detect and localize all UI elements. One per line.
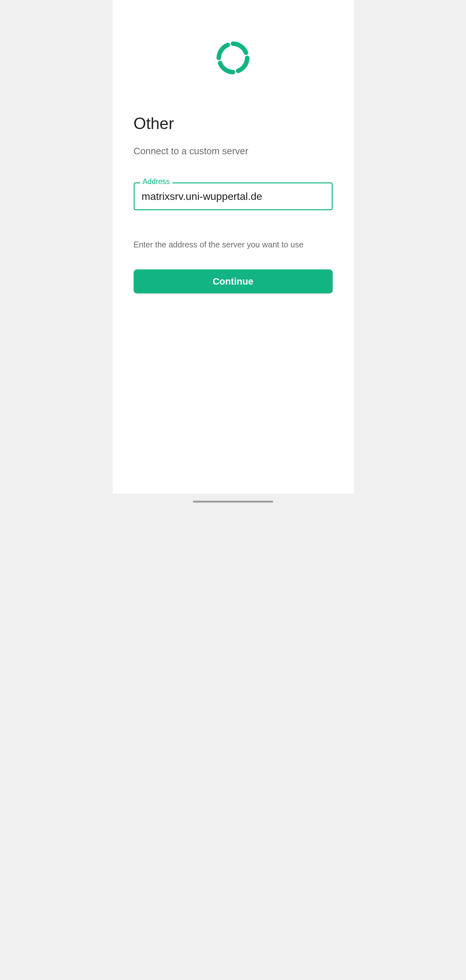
- address-field-wrap: Address: [134, 182, 333, 210]
- content-area: Other Connect to a custom server Address…: [113, 0, 354, 493]
- continue-button[interactable]: Continue: [134, 269, 333, 293]
- nav-handle[interactable]: [193, 501, 273, 503]
- logo-container: [134, 40, 333, 75]
- app-logo-icon: [215, 40, 251, 75]
- helper-text: Enter the address of the server you want…: [134, 240, 333, 249]
- page-subtitle: Connect to a custom server: [134, 146, 333, 156]
- address-input[interactable]: [134, 182, 333, 210]
- screen: Other Connect to a custom server Address…: [113, 0, 354, 510]
- system-nav-bar: [113, 493, 354, 510]
- page-title: Other: [134, 114, 333, 133]
- address-field-label: Address: [140, 177, 172, 186]
